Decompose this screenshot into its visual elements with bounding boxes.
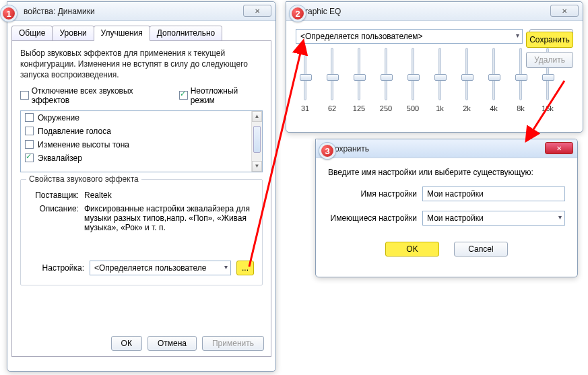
cancel-button[interactable]: Отмена <box>148 336 197 351</box>
eq-band-label: 125 <box>353 104 365 112</box>
checkbox-icon[interactable] <box>25 154 34 162</box>
slider-thumb[interactable] <box>300 74 312 81</box>
list-item: Подавление голоса <box>21 125 262 138</box>
ok-button[interactable]: OK <box>385 242 439 257</box>
urgent-mode-checkbox[interactable]: Неотложный режим <box>179 86 263 105</box>
speaker-properties-window: войства: Динамики ✕ Общие Уровни Улучшен… <box>7 1 276 372</box>
window-title: войства: Динамики <box>24 7 95 16</box>
preset-name-label: Имя настройки <box>328 189 422 199</box>
setting-combobox[interactable]: <Определяется пользователе <box>90 261 231 275</box>
tab-general[interactable]: Общие <box>11 26 53 41</box>
preset-name-input[interactable]: Мои настройки <box>422 186 565 201</box>
delete-button[interactable]: Удалить <box>526 52 573 68</box>
window-title: охранить <box>335 144 369 154</box>
slider-thumb[interactable] <box>354 74 366 81</box>
setting-label: Настройка: <box>29 263 84 273</box>
checkbox-icon[interactable] <box>25 113 34 122</box>
eq-band-label: 1k <box>436 104 444 112</box>
setting-value: <Определяется пользователе <box>94 263 206 273</box>
urgent-mode-label: Неотложный режим <box>191 86 263 105</box>
eq-band-label: 500 <box>407 104 419 112</box>
list-item: Эквалайзер <box>21 151 262 165</box>
existing-presets-label: Имеющиеся настройки <box>328 213 422 223</box>
eq-band-label: 31 <box>301 104 309 112</box>
slider-thumb[interactable] <box>542 74 554 81</box>
slider-thumb[interactable] <box>407 74 420 81</box>
window-title: raphic EQ <box>305 7 341 16</box>
eq-slider[interactable]: 250 <box>377 48 395 112</box>
step-badge-3: 3 <box>319 143 335 159</box>
tab-advanced[interactable]: Дополнительно <box>150 26 222 41</box>
eq-slider[interactable]: 500 <box>403 48 422 112</box>
eq-slider[interactable]: 2k <box>457 48 476 112</box>
checkbox-icon[interactable] <box>25 127 34 135</box>
setting-browse-button[interactable]: ... <box>236 261 254 275</box>
scroll-thumb[interactable] <box>253 126 261 153</box>
checkbox-icon <box>179 91 188 100</box>
disable-all-checkbox[interactable]: Отключение всех звуковых эффектов <box>20 86 170 105</box>
eq-slider[interactable]: 1k <box>430 48 449 112</box>
eq-slider[interactable]: 125 <box>350 48 368 112</box>
titlebar[interactable]: raphic EQ ✕ <box>286 2 583 21</box>
slider-thumb[interactable] <box>488 74 500 81</box>
tab-enhancements[interactable]: Улучшения <box>94 26 150 41</box>
group-legend: Свойства звукового эффекта <box>26 174 141 184</box>
preset-combobox[interactable]: <Определяется пользователем> <box>296 29 523 44</box>
eq-slider[interactable]: 62 <box>323 48 341 112</box>
disable-all-label: Отключение всех звуковых эффектов <box>32 86 170 105</box>
slider-thumb[interactable] <box>381 74 393 81</box>
eq-band-label: 250 <box>380 104 392 112</box>
checkbox-icon <box>20 91 29 100</box>
effect-properties-group: Свойства звукового эффекта Поставщик: Re… <box>20 179 263 285</box>
preset-name-value: Мои настройки <box>427 189 484 199</box>
slider-thumb[interactable] <box>515 74 527 81</box>
effects-list[interactable]: Окружение Подавление голоса Изменение вы… <box>20 110 263 172</box>
eq-band-label: 16k <box>542 104 554 112</box>
existing-presets-combobox[interactable]: Мои настройки <box>422 211 565 226</box>
save-preset-dialog: охранить ✕ Введите имя настройки или выб… <box>315 139 578 277</box>
slider-thumb[interactable] <box>327 74 339 81</box>
scroll-up-icon[interactable]: ▲ <box>252 111 262 122</box>
existing-presets-value: Мои настройки <box>427 213 484 223</box>
vendor-label: Поставщик: <box>29 191 84 200</box>
close-button[interactable]: ✕ <box>550 5 579 17</box>
save-button[interactable]: Сохранить <box>526 32 573 48</box>
preset-value: <Определяется пользователем> <box>300 32 423 41</box>
titlebar[interactable]: охранить ✕ <box>316 139 577 158</box>
step-badge-1: 1 <box>1 5 17 22</box>
list-item-label: Окружение <box>38 113 79 123</box>
enhancements-panel: Выбор звуковых эффектов для применения к… <box>11 40 271 357</box>
scroll-down-icon[interactable]: ▼ <box>252 161 262 172</box>
step-badge-2: 2 <box>290 5 306 22</box>
eq-slider[interactable]: 31 <box>296 48 315 112</box>
vendor-value: Realtek <box>84 191 254 200</box>
close-button[interactable]: ✕ <box>243 5 271 17</box>
eq-band-label: 8k <box>517 104 525 112</box>
eq-band-label: 2k <box>463 104 471 112</box>
scrollbar[interactable]: ▲ ▼ <box>251 111 262 172</box>
ok-button[interactable]: ОК <box>111 336 142 351</box>
description-label: Описание: <box>29 204 84 232</box>
eq-band-label: 4k <box>490 104 498 112</box>
list-item: Окружение <box>21 111 262 125</box>
list-item-label: Изменение высоты тона <box>38 140 129 149</box>
titlebar[interactable]: войства: Динамики ✕ <box>7 2 275 21</box>
tab-levels[interactable]: Уровни <box>52 26 94 41</box>
list-item: Изменение высоты тона <box>21 138 262 151</box>
slider-thumb[interactable] <box>461 74 473 81</box>
apply-button[interactable]: Применить <box>202 336 264 351</box>
eq-slider[interactable]: 4k <box>484 48 503 112</box>
cancel-button[interactable]: Cancel <box>454 242 508 257</box>
description-value: Фиксированные настройки эквалайзера для … <box>84 204 254 232</box>
list-item-label: Эквалайзер <box>38 154 82 163</box>
checkbox-icon[interactable] <box>25 140 34 149</box>
list-item-label: Подавление голоса <box>38 127 111 136</box>
dialog-prompt: Введите имя настройки или выберите сущес… <box>328 168 565 177</box>
panel-description: Выбор звуковых эффектов для применения к… <box>20 48 263 81</box>
eq-band-label: 62 <box>328 104 336 112</box>
graphic-eq-window: raphic EQ ✕ <Определяется пользователем>… <box>286 1 583 133</box>
slider-thumb[interactable] <box>434 74 447 81</box>
close-button[interactable]: ✕ <box>545 142 573 154</box>
